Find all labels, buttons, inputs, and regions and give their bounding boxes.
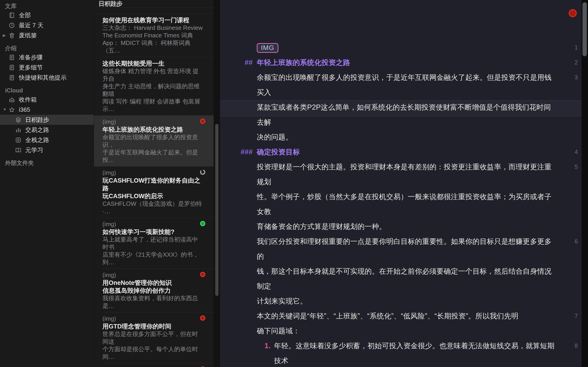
list-item-img-tag: (img) — [103, 271, 203, 279]
sidebar-section-label: iCloud — [0, 86, 94, 94]
line-number: 7 — [564, 309, 578, 323]
trash-icon — [9, 32, 15, 39]
sidebar-item-document[interactable]: 更多细节 — [0, 62, 94, 73]
editor-pane[interactable]: 1IMG2##年轻上班族的系统化投资之路3余额宝的出现唤醒了很多人的投资意识，于… — [220, 0, 588, 367]
editor-heading: 确定投资目标 — [220, 144, 588, 159]
editor-scrollbar-thumb[interactable] — [582, 2, 587, 56]
list-item-title: 用GTD理念管理你的时间 — [103, 323, 203, 330]
sidebar-item-label: 全栈之路 — [25, 136, 49, 144]
open-book-icon — [15, 147, 21, 153]
inbox-icon — [9, 96, 15, 103]
list-item[interactable]: 这些长期技能受用一生锻炼身体 精力管理 外包 营造环境 提升自 身生产力 主动思… — [94, 57, 214, 116]
list-item-img-tag: (img) — [103, 366, 203, 367]
note-list: 如何使用在线教育学习一门课程三大杂志： Harvard Businese Rev… — [94, 8, 214, 367]
goal-badge-green-icon — [200, 221, 205, 226]
editor-paragraph: 投资理财是一个很大的主题。投资和理财本身是有差别的：投资更注重收益率，而理财更注… — [220, 159, 588, 234]
goal-badge-red-icon[interactable] — [569, 9, 577, 17]
editor-heading: 年轻上班族的系统化投资之路 — [220, 55, 588, 70]
editor-content: 1IMG2##年轻上班族的系统化投资之路3余额宝的出现唤醒了很多人的投资意识，于… — [220, 0, 588, 367]
chevron-down-icon[interactable]: ▼ — [3, 107, 7, 112]
document-icon — [9, 54, 15, 60]
document-icon — [9, 74, 15, 81]
document-icon — [9, 64, 15, 71]
sidebar-item-label: 最近 7 天 — [19, 21, 43, 29]
sidebar-item-clock[interactable]: 最近 7 天 — [0, 20, 94, 30]
list-item-preview: 余额宝的出现唤醒了很多人的投资意识， 于是近年互联网金融火了起来。但是投… — [103, 133, 203, 164]
editor-block-line-7: 7本文的关键词是“年轻”、“上班族”、“系统化”、“低风险”、“长期投资”。所以… — [220, 309, 588, 338]
list-item[interactable]: 如何使用在线教育学习一门课程三大杂志： Harvard Businese Rev… — [94, 14, 214, 57]
sidebar-section-label: 外部文件夹 — [0, 159, 94, 167]
sidebar-item-layers[interactable]: 日积跬步 — [0, 115, 94, 125]
sidebar-item-label: i365 — [19, 106, 30, 113]
layers-icon — [15, 117, 21, 123]
list-number-marker: 1. — [254, 338, 271, 353]
sidebar-item-book[interactable]: 全部 — [0, 10, 94, 20]
editor-block-line-1: 1IMG — [220, 40, 588, 55]
sidebar-item-label: 全部 — [19, 11, 31, 19]
sidebar-item-document[interactable]: 准备步骤 — [0, 52, 94, 62]
chevron-right-icon[interactable]: ▶ — [3, 33, 6, 38]
bar-chart-icon — [15, 127, 21, 133]
list-item-title: 玩CASHFLOW打造你的财务自由之路 玩CASHFLOW的启示 — [103, 177, 203, 200]
sidebar-section-label: 文库 — [0, 2, 94, 10]
editor-block-line-6: 6我们区分投资和理财很重要的一点是要你明白目标的重要性。如果你的目标只是想赚更多… — [220, 234, 588, 309]
app-window: 文库全部最近 7 天▶废纸篓介绍准备步骤更多细节快捷键和其他提示iCloud收件… — [0, 0, 588, 367]
sidebar: 文库全部最近 7 天▶废纸篓介绍准备步骤更多细节快捷键和其他提示iCloud收件… — [0, 0, 94, 367]
sidebar-item-document[interactable]: 快捷键和其他提示 — [0, 73, 94, 83]
markdown-hash-marker: ### — [220, 144, 253, 159]
goal-badge-red-icon — [200, 315, 205, 321]
list-item-preview: 我很喜欢收集资料，看到好的东西总是… — [103, 294, 203, 310]
list-item[interactable]: (img)如何快速学习一项新技能?马上就要高考了，还记得当初读高中时书 店里有不… — [94, 218, 214, 269]
sidebar-item-label: 更多细节 — [19, 64, 43, 72]
line-number: 2 — [564, 55, 578, 70]
list-item-preview: 锻炼身体 精力管理 外包 营造环境 提升自 身生产力 主动思维，解决问题的思维 … — [103, 67, 203, 113]
list-item[interactable]: (img)玩CASHFLOW打造你的财务自由之路 玩CASHFLOW的启示CAS… — [94, 167, 214, 218]
sidebar-item-star[interactable]: ▼i365 — [0, 105, 94, 115]
list-item[interactable]: (img)用GTD理念管理你的时间世界总是在很多方面不公平，但在时间这 个方面却… — [94, 312, 214, 363]
list-item[interactable]: (img)年轻上班族的系统化投资之路余额宝的出现唤醒了很多人的投资意识， 于是近… — [94, 116, 214, 167]
line-number: 6 — [564, 234, 578, 249]
line-number: 1 — [564, 40, 578, 55]
list-item-title: 如何快速学习一项新技能? — [103, 228, 203, 236]
list-header-title: 日积跬步 — [94, 0, 220, 8]
sidebar-item-label: 快捷键和其他提示 — [19, 74, 67, 82]
sidebar-item-label: 准备步骤 — [19, 53, 43, 61]
editor-block-line-3: 3余额宝的出现唤醒了很多人的投资意识，于是近年互联网金融火了起来。但是投资不只是… — [220, 70, 588, 144]
list-item-title: 如何使用在线教育学习一门课程 — [103, 16, 203, 24]
sidebar-section-label: 介绍 — [0, 44, 94, 52]
line-number: 4 — [564, 144, 578, 159]
editor-list-item: 年轻。这意味着没多少积蓄，初始可投入资金很少。也意味着无法做短线交易，就算短期技… — [220, 338, 588, 367]
sidebar-item-label: 交易之路 — [25, 126, 49, 134]
list-scrollbar-track — [214, 0, 220, 367]
sidebar-item-open-book[interactable]: 元学习 — [0, 145, 94, 155]
sidebar-item-label: 废纸篓 — [19, 31, 37, 40]
list-item-img-tag: (img) — [103, 220, 203, 228]
clock-icon — [9, 22, 15, 28]
sidebar-item-inbox[interactable]: 收件箱 — [0, 94, 94, 105]
sidebar-item-zero-box[interactable]: 全栈之路 — [0, 135, 94, 145]
sidebar-item-trash[interactable]: ▶废纸篓 — [0, 30, 94, 40]
image-placeholder-chip[interactable]: IMG — [257, 43, 278, 53]
list-item-img-tag: (img) — [103, 169, 203, 177]
editor-paragraph: 我们区分投资和理财很重要的一点是要你明白目标的重要性。如果你的目标只是想赚更多更… — [220, 234, 588, 309]
book-icon — [9, 12, 15, 18]
editor-block-line-5: 5投资理财是一个很大的主题。投资和理财本身是有差别的：投资更注重收益率，而理财更… — [220, 159, 588, 234]
editor-paragraph: 余额宝的出现唤醒了很多人的投资意识，于是近年互联网金融火了起来。但是投资不只是用… — [220, 70, 588, 144]
editor-paragraph: 本文的关键词是“年轻”、“上班族”、“系统化”、“低风险”、“长期投资”。所以我… — [220, 309, 588, 338]
list-item-title: 年轻上班族的系统化投资之路 — [103, 126, 203, 133]
list-item-title: 用OneNote管理你的知识 信息孤岛毁掉你的创作力 — [103, 279, 203, 294]
line-number: 3 — [564, 70, 578, 85]
sidebar-item-bar-chart[interactable]: 交易之路 — [0, 125, 94, 135]
list-item[interactable]: (img)一款产品的从0到1之旅从0到1打造一款产品是一种什么样的体 验? 为了… — [94, 363, 214, 367]
list-item-preview: 三大杂志： Harvard Businese Review The Econom… — [103, 24, 203, 54]
list-item[interactable]: (img)用OneNote管理你的知识 信息孤岛毁掉你的创作力我很喜欢收集资料，… — [94, 269, 214, 312]
sidebar-item-label: 日积跬步 — [25, 116, 49, 124]
editor-block-line-2: 2##年轻上班族的系统化投资之路 — [220, 55, 588, 70]
list-item-preview: CASHFLOW（现金流游戏）是罗伯特·… — [103, 200, 203, 215]
star-icon — [9, 106, 15, 113]
list-item-img-tag: (img) — [103, 315, 203, 323]
note-list-column: 日积跬步 如何使用在线教育学习一门课程三大杂志： Harvard Busines… — [94, 0, 220, 367]
list-scrollbar-thumb[interactable] — [215, 124, 218, 296]
list-item-preview: 马上就要高考了，还记得当初读高中时书 店里有不少《21天学会XXX》的书，到… — [103, 236, 203, 266]
zero-box-icon — [15, 137, 21, 143]
